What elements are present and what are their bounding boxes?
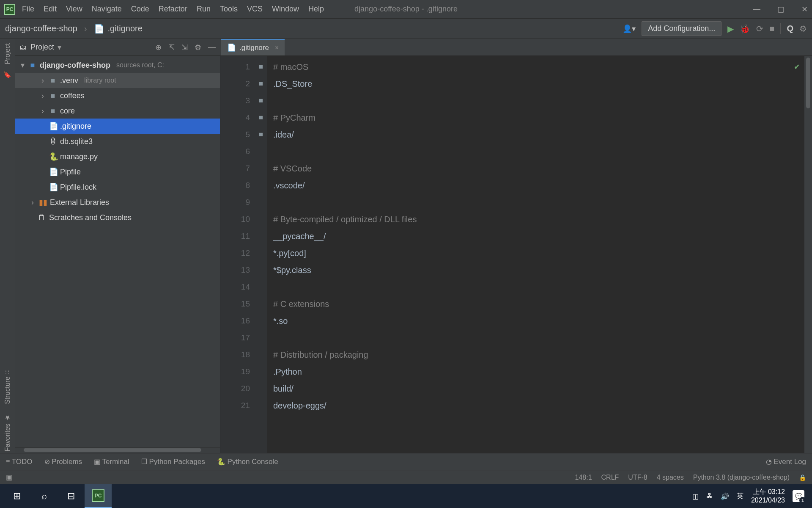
breadcrumb-root[interactable]: django-coffee-shop — [5, 24, 77, 33]
panel-settings-icon[interactable]: ⚙ — [195, 43, 201, 52]
tree-external-libraries[interactable]: › ▮▮ External Libraries — [15, 195, 220, 210]
structure-tool-tab[interactable]: Structure ∷ — [3, 369, 11, 406]
tree-file-pipfilelock[interactable]: 📄 Pipfile.lock — [15, 179, 220, 195]
tree-file-pipfile[interactable]: 📄 Pipfile — [15, 164, 220, 179]
window-controls: — ▢ ✕ — [753, 5, 808, 14]
clock[interactable]: 上午 03:12 2021/04/23 — [751, 488, 785, 505]
tree-scratches[interactable]: 🗒 Scratches and Consoles — [15, 210, 220, 225]
add-configuration-button[interactable]: Add Configuration... — [642, 21, 721, 36]
project-tool-tab[interactable]: Project — [4, 41, 11, 65]
task-view-button[interactable]: ⊟ — [58, 484, 85, 508]
minimize-button[interactable]: — — [753, 5, 760, 14]
menu-code[interactable]: Code — [131, 5, 149, 14]
chevron-right-icon[interactable]: › — [40, 107, 46, 116]
chevron-right-icon[interactable]: › — [40, 76, 46, 85]
window-title: django-coffee-shop - .gitignore — [354, 5, 458, 14]
fold-gutter[interactable]: ■ ■ ■ ■■ — [255, 56, 267, 453]
inspection-ok-icon[interactable]: ✔ — [794, 58, 800, 75]
folder-icon: ■ — [49, 76, 57, 85]
tree-root[interactable]: ▾ ■ django-coffee-shop sources root, C: — [15, 58, 220, 73]
ime-indicator[interactable]: 英 — [737, 492, 743, 501]
network-icon[interactable]: 🖧 — [706, 492, 713, 500]
python-file-icon: 🐍 — [49, 152, 57, 161]
breadcrumb[interactable]: django-coffee-shop › 📄 .gitignore — [5, 24, 143, 34]
status-indent[interactable]: 4 spaces — [657, 474, 684, 481]
debug-icon[interactable]: 🐞 — [740, 24, 750, 34]
file-icon: 📄 — [227, 43, 236, 52]
menu-help[interactable]: Help — [308, 5, 324, 14]
bookmark-icon[interactable]: 🔖 — [3, 71, 11, 79]
folder-icon: ■ — [29, 61, 36, 70]
chevron-right-icon[interactable]: › — [40, 91, 46, 100]
tree-file-managepy[interactable]: 🐍 manage.py — [15, 149, 220, 164]
bottom-tool-bar: ≡ TODO ⊘ Problems ▣ Terminal ❒ Python Pa… — [0, 453, 812, 470]
close-button[interactable]: ✕ — [801, 5, 808, 14]
chevron-down-icon[interactable]: ▾ — [19, 61, 25, 70]
sidebar-horizontal-scrollbar[interactable] — [15, 447, 220, 453]
select-opened-file-icon[interactable]: ⊕ — [155, 43, 162, 52]
menu-refactor[interactable]: Refactor — [159, 5, 187, 14]
windows-taskbar: ⊞ ⌕ ⊟ PC ◫ 🖧 🔊 英 上午 03:12 2021/04/23 💬 — [0, 484, 812, 508]
editor-tab-gitignore[interactable]: 📄 .gitignore × — [221, 39, 285, 55]
menu-window[interactable]: Window — [272, 5, 299, 14]
run-with-coverage-icon[interactable]: ⟳ — [756, 24, 763, 34]
code-area[interactable]: 123456789101112131415161718192021 ■ ■ ■ … — [220, 56, 812, 453]
pycharm-taskbar-button[interactable]: PC — [85, 484, 112, 508]
menu-navigate[interactable]: Navigate — [92, 5, 122, 14]
lock-icon[interactable]: 🔒 — [799, 474, 806, 481]
settings-icon[interactable]: ⚙ — [799, 24, 807, 34]
favorites-tool-tab[interactable]: Favorites ★ — [3, 412, 11, 453]
line-number-gutter[interactable]: 123456789101112131415161718192021 — [220, 56, 255, 453]
terminal-tab[interactable]: ▣ Terminal — [94, 458, 129, 466]
python-console-tab[interactable]: 🐍 Python Console — [217, 458, 278, 466]
code-with-me-icon[interactable]: 👤▾ — [623, 24, 636, 33]
tree-folder-venv[interactable]: › ■ .venv library root — [15, 73, 220, 88]
todo-tab[interactable]: ≡ TODO — [6, 458, 33, 466]
python-packages-tab[interactable]: ❒ Python Packages — [141, 458, 205, 466]
action-center-icon[interactable]: 💬 — [793, 490, 804, 502]
stop-icon[interactable]: ■ — [769, 24, 774, 33]
expand-all-icon[interactable]: ⇱ — [168, 43, 175, 52]
project-tree[interactable]: ▾ ■ django-coffee-shop sources root, C: … — [15, 56, 220, 447]
close-tab-icon[interactable]: × — [275, 44, 279, 52]
menu-run[interactable]: Run — [197, 5, 211, 14]
menu-vcs[interactable]: VCS — [247, 5, 263, 14]
run-icon[interactable]: ▶ — [727, 24, 734, 34]
left-tool-strip: Project 🔖 Structure ∷ Favorites ★ — [0, 39, 15, 453]
chevron-down-icon[interactable]: ▾ — [58, 43, 61, 52]
file-icon: 📄 — [94, 24, 104, 34]
scratches-icon: 🗒 — [38, 213, 46, 222]
tree-folder-coffees[interactable]: › ■ coffees — [15, 88, 220, 103]
menu-tools[interactable]: Tools — [220, 5, 238, 14]
editor-vertical-scrollbar[interactable] — [804, 56, 812, 453]
status-encoding[interactable]: UTF-8 — [628, 474, 647, 481]
tree-file-gitignore[interactable]: 📄 .gitignore — [15, 119, 220, 134]
status-line-separator[interactable]: CRLF — [601, 474, 619, 481]
collapse-all-icon[interactable]: ⇲ — [181, 43, 188, 52]
chevron-right-icon[interactable]: › — [30, 198, 36, 207]
problems-tab[interactable]: ⊘ Problems — [44, 458, 82, 466]
breadcrumb-file[interactable]: .gitignore — [108, 24, 143, 33]
search-everywhere-icon[interactable]: Q — [787, 24, 793, 33]
project-view-label[interactable]: Project — [30, 43, 54, 52]
event-log-tab[interactable]: ◔ Event Log — [766, 458, 806, 466]
menu-file[interactable]: File — [22, 5, 34, 14]
tree-folder-core[interactable]: › ■ core — [15, 103, 220, 119]
hide-panel-icon[interactable]: — — [208, 43, 216, 52]
tree-file-dbsqlite3[interactable]: 🛢 db.sqlite3 — [15, 134, 220, 149]
code-body[interactable]: ✔ # macOS.DS_Store # PyCharm.idea/ # VSC… — [267, 56, 804, 453]
maximize-button[interactable]: ▢ — [777, 5, 785, 14]
search-button[interactable]: ⌕ — [30, 484, 58, 508]
status-caret-position[interactable]: 148:1 — [575, 474, 592, 481]
status-interpreter[interactable]: Python 3.8 (django-coffee-shop) — [693, 474, 790, 481]
status-bar: ▣ 148:1 CRLF UTF-8 4 spaces Python 3.8 (… — [0, 470, 812, 484]
menu-edit[interactable]: Edit — [44, 5, 57, 14]
folder-icon: ■ — [49, 107, 57, 116]
battery-icon[interactable]: ◫ — [692, 492, 699, 500]
menu-view[interactable]: View — [66, 5, 82, 14]
tool-windows-toggle-icon[interactable]: ▣ — [6, 473, 12, 481]
file-icon: 📄 — [49, 182, 57, 192]
start-button[interactable]: ⊞ — [3, 484, 30, 508]
folder-icon: ■ — [49, 91, 57, 100]
volume-icon[interactable]: 🔊 — [721, 492, 729, 500]
